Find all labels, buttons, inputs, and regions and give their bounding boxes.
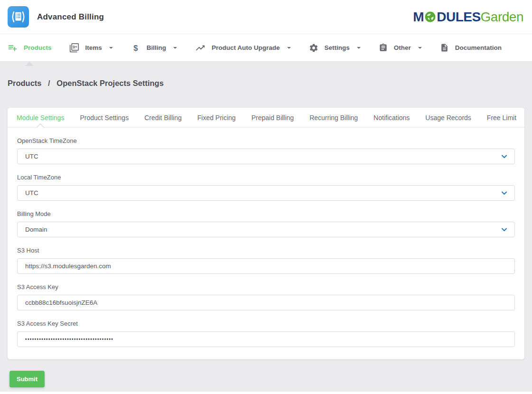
nav-item-other[interactable]: Other bbox=[379, 34, 422, 61]
tab-product-settings[interactable]: Product Settings bbox=[80, 108, 129, 127]
tab-free-limit[interactable]: Free Limit bbox=[487, 108, 516, 127]
page-title: Advanced Billing bbox=[37, 12, 104, 22]
settings-card: Module SettingsProduct SettingsCredit Bi… bbox=[8, 108, 524, 359]
caret-down-icon bbox=[356, 46, 361, 50]
field-label: S3 Access Key bbox=[17, 283, 515, 291]
field-label: Local TimeZone bbox=[17, 174, 515, 181]
tab-module-settings[interactable]: Module Settings bbox=[17, 108, 64, 127]
chevron-down-icon bbox=[501, 189, 508, 197]
playlist-add-icon bbox=[8, 43, 18, 53]
field-billing-mode: Billing ModeDomain bbox=[17, 210, 515, 237]
nav-item-settings[interactable]: Settings bbox=[309, 34, 361, 61]
tab-recurring-billing[interactable]: Recurring Billing bbox=[309, 108, 358, 127]
chevron-down-icon bbox=[501, 153, 508, 160]
module-settings-form: OpenStack TimeZoneUTCLocal TimeZoneUTCBi… bbox=[8, 128, 524, 359]
field-label: Billing Mode bbox=[17, 210, 515, 217]
nav-item-label: Other bbox=[394, 44, 411, 51]
tab-prepaid-billing[interactable]: Prepaid Billing bbox=[252, 108, 294, 127]
brand-text-garden: Garden bbox=[481, 10, 523, 24]
breadcrumb-parent[interactable]: Products bbox=[8, 79, 42, 87]
tab-usage-records[interactable]: Usage Records bbox=[425, 108, 471, 127]
field-s3-access-key: S3 Access Key bbox=[17, 283, 515, 310]
modulesgarden-logo: M DULES Garden bbox=[413, 10, 523, 24]
main-nav: Products9+Items$BillingProduct Auto Upgr… bbox=[0, 34, 532, 62]
caret-down-icon bbox=[287, 46, 291, 50]
nav-item-label: Product Auto Upgrade bbox=[212, 44, 280, 51]
nav-item-label: Billing bbox=[147, 44, 166, 51]
tab-credit-billing[interactable]: Credit Billing bbox=[144, 108, 182, 127]
document-icon bbox=[440, 43, 449, 53]
dollar-icon: $ bbox=[131, 43, 140, 53]
tab-fixed-pricing[interactable]: Fixed Pricing bbox=[197, 108, 236, 127]
field-label: S3 Host bbox=[17, 247, 515, 254]
local-timezone-select[interactable]: UTC bbox=[17, 185, 515, 201]
field-local-timezone: Local TimeZoneUTC bbox=[17, 174, 515, 201]
brand-text-m: M bbox=[413, 10, 424, 24]
breadcrumb-separator: / bbox=[48, 79, 50, 87]
breadcrumb: Products / OpenStack Projects Settings bbox=[8, 62, 524, 88]
select-value: UTC bbox=[25, 153, 38, 160]
nav-item-label: Products bbox=[24, 44, 52, 51]
nav-item-items[interactable]: 9+Items bbox=[69, 34, 113, 61]
s3-access-key-input[interactable] bbox=[17, 295, 515, 310]
globe-icon bbox=[424, 11, 436, 23]
trending-up-icon bbox=[195, 43, 205, 53]
advanced-billing-app-icon bbox=[8, 6, 29, 28]
nav-item-documentation[interactable]: Documentation bbox=[440, 34, 502, 61]
field-label: S3 Access Key Secret bbox=[17, 320, 515, 327]
brand-text-dules: DULES bbox=[437, 10, 480, 24]
field-label: OpenStack TimeZone bbox=[17, 137, 515, 144]
billing-mode-select[interactable]: Domain bbox=[17, 222, 515, 237]
field-s3-host: S3 Host bbox=[17, 247, 515, 274]
settings-tabs: Module SettingsProduct SettingsCredit Bi… bbox=[8, 108, 524, 128]
nav-item-label: Documentation bbox=[455, 44, 502, 51]
clipboard-icon bbox=[379, 43, 388, 53]
caret-down-icon bbox=[173, 46, 177, 50]
select-value: Domain bbox=[25, 226, 47, 233]
openstack-timezone-select[interactable]: UTC bbox=[17, 149, 515, 164]
active-nav-indicator bbox=[25, 62, 34, 66]
gear-icon bbox=[309, 43, 318, 53]
field-s3-access-key-secret: S3 Access Key Secret bbox=[17, 320, 515, 347]
tab-notifications[interactable]: Notifications bbox=[373, 108, 410, 127]
content-area: Products / OpenStack Projects Settings M… bbox=[0, 62, 532, 392]
nav-item-product-auto-upgrade[interactable]: Product Auto Upgrade bbox=[195, 34, 291, 61]
nav-item-label: Items bbox=[85, 44, 102, 51]
nav-item-billing[interactable]: $Billing bbox=[131, 34, 177, 61]
nav-item-label: Settings bbox=[325, 44, 350, 51]
caret-down-icon bbox=[418, 46, 422, 50]
breadcrumb-current: OpenStack Projects Settings bbox=[56, 79, 164, 87]
page: Advanced Billing M DULES Garden Products… bbox=[0, 0, 532, 394]
select-value: UTC bbox=[25, 189, 38, 197]
caret-down-icon bbox=[109, 46, 113, 50]
svg-text:$: $ bbox=[133, 43, 138, 52]
chevron-down-icon bbox=[501, 226, 508, 233]
s3-host-input[interactable] bbox=[17, 258, 515, 274]
page-bottom-strip bbox=[0, 392, 532, 394]
app-header: Advanced Billing M DULES Garden bbox=[0, 0, 532, 34]
s3-access-key-secret-input[interactable] bbox=[17, 331, 515, 347]
submit-button[interactable]: Submit bbox=[9, 371, 45, 387]
nav-item-products[interactable]: Products bbox=[8, 34, 52, 61]
svg-text:9+: 9+ bbox=[73, 45, 77, 49]
filter-9-plus-icon: 9+ bbox=[69, 43, 79, 53]
field-openstack-timezone: OpenStack TimeZoneUTC bbox=[17, 137, 515, 164]
